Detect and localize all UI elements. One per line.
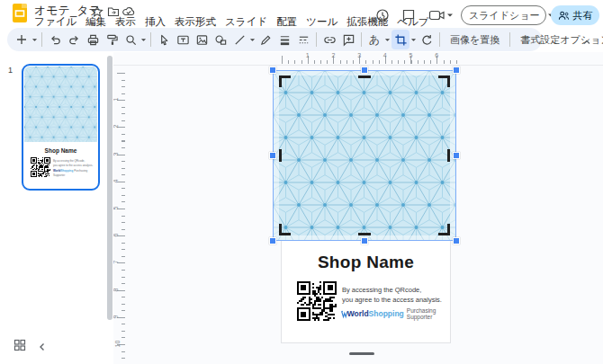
link-icon [323,33,337,47]
shop-name-text[interactable]: Shop Name [282,253,450,272]
crop-dropdown[interactable] [410,30,417,49]
border-dash-button[interactable] [294,30,312,49]
insert-line-button[interactable] [230,30,248,49]
border-weight-button[interactable] [275,30,293,49]
resize-handle-top[interactable] [361,67,368,74]
thumbnail-shop-name: Shop Name [24,147,97,154]
menu-item-5[interactable]: スライド [220,15,272,29]
slideshow-label: スライドショー [462,9,547,22]
slides-logo[interactable] [12,3,28,23]
comments-icon[interactable] [401,8,416,22]
resize-handle-bottom-right[interactable] [453,237,460,244]
share-button[interactable]: 共有 [551,5,599,25]
crop-handle-bottom-left[interactable] [279,224,291,235]
text-format-dropdown[interactable] [384,30,391,49]
vruler-number: 3 [113,152,119,155]
menu-item-0[interactable]: ファイル [30,15,81,29]
select-tool-button[interactable] [155,30,173,49]
slide-thumbnail[interactable]: Shop Name By accessing the QRcode, you a… [22,64,100,191]
plus-icon [15,33,28,46]
redo-button[interactable] [65,30,83,49]
ruler-minor-ticks [122,73,125,360]
text-format-button[interactable]: あ [365,30,383,49]
vruler-number: 5 [113,207,119,210]
menu-item-6[interactable]: 配置 [272,15,302,29]
toolbar-separator [316,32,317,47]
crop-handle-bottom-right[interactable] [438,224,450,235]
reset-image-button[interactable] [418,30,436,49]
redo-icon [68,33,81,47]
hide-menus-button[interactable] [579,34,595,50]
paint-format-button[interactable] [103,30,121,49]
resize-handle-top-right[interactable] [453,67,460,74]
grid-view-button[interactable] [14,339,27,352]
resize-handle-bottom-left[interactable] [269,237,276,244]
chevron-down-icon [384,37,391,43]
crop-handle-top[interactable] [358,75,371,78]
print-icon [86,33,100,47]
resize-handle-left[interactable] [269,152,276,159]
crop-handle-top-left[interactable] [279,75,291,87]
insert-image-button[interactable] [193,30,211,49]
resize-handle-top-left[interactable] [269,67,276,74]
slideshow-button[interactable]: スライドショー [461,5,546,25]
crop-handle-top-right[interactable] [438,75,450,87]
menu-item-1[interactable]: 編集 [81,15,111,29]
hruler-number: 2 [331,52,335,58]
undo-icon [49,33,62,47]
menu-item-2[interactable]: 表示 [111,15,140,29]
menu-item-7[interactable]: ツール [302,15,342,29]
border-color-button[interactable] [256,30,274,49]
add-comment-button[interactable] [339,30,357,49]
chevron-down-icon[interactable] [446,12,454,19]
worldshopping-logo[interactable]: WorldShopping Purchasing Supporter [341,308,450,319]
qr-code[interactable] [297,281,337,321]
print-button[interactable] [84,30,102,49]
filmstrip-panel: 1 Shop Name By accessing the QRcode, you… [0,52,106,364]
add-comment-icon [342,33,356,47]
vruler-number: 9 [113,315,119,318]
thumbnail-pattern-image [24,67,97,142]
resize-handle-bottom[interactable] [361,237,368,244]
toolbar-separator [150,32,151,47]
crop-button[interactable] [392,30,410,49]
menu-item-3[interactable]: 挿入 [140,15,170,29]
filmstrip-scrollbar[interactable] [107,56,112,320]
slide-number: 1 [8,66,13,75]
undo-button[interactable] [46,30,64,49]
vruler-number: 10 [114,341,121,348]
resize-handle-right[interactable] [453,152,460,159]
qr-disclaimer-text[interactable]: By accessing the QRcode, you agree to th… [342,286,442,305]
thumbnail-qr-code [31,157,50,181]
crop-handle-left[interactable] [279,149,282,162]
crop-icon [394,33,408,47]
version-history-icon[interactable] [375,8,390,22]
select-cursor-icon [158,33,171,47]
border-dash-icon [297,33,310,47]
text-format-label: あ [369,32,380,48]
meet-camera-icon[interactable] [428,8,446,22]
thumbnail-qr-text: By accessing the QRcode, you agree to th… [53,157,97,181]
vertical-ruler: 12345678910 [113,66,126,364]
insert-link-button[interactable] [320,30,338,49]
hruler-number: 3 [357,52,361,58]
textbox-button[interactable] [174,30,192,49]
speaker-notes-handle[interactable] [349,352,374,355]
replace-image-button[interactable]: 画像を置換 [444,33,506,47]
vruler-number: 1 [113,98,119,102]
zoom-dropdown[interactable] [140,30,147,49]
selected-pattern-image[interactable] [273,70,456,241]
insert-shape-button[interactable] [212,30,230,49]
vruler-number: 6 [113,234,119,237]
zoom-button[interactable] [122,30,140,49]
border-color-icon [259,33,273,47]
new-slide-dropdown[interactable] [32,30,38,49]
new-slide-button[interactable] [13,30,31,49]
toolbar-separator [361,32,362,47]
crop-handle-bottom[interactable] [358,233,371,235]
zoom-icon [124,33,138,47]
line-dropdown[interactable] [249,30,256,49]
collapse-filmstrip-button[interactable] [37,340,50,353]
crop-handle-right[interactable] [447,149,450,162]
menu-item-4[interactable]: 表示形式 [170,15,220,29]
